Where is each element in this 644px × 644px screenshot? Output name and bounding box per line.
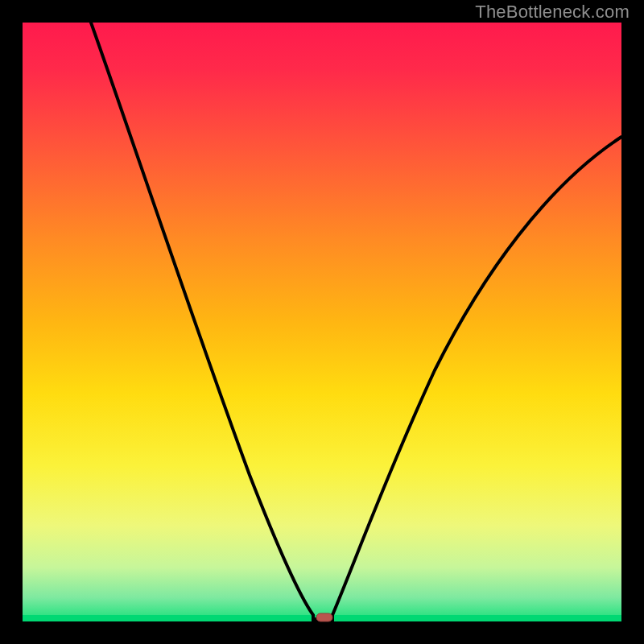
min-marker [316,613,332,621]
watermark-text: TheBottleneck.com [475,2,630,23]
chart-container: TheBottleneck.com [0,0,644,644]
plot-area [23,23,621,621]
chart-svg [0,0,644,644]
